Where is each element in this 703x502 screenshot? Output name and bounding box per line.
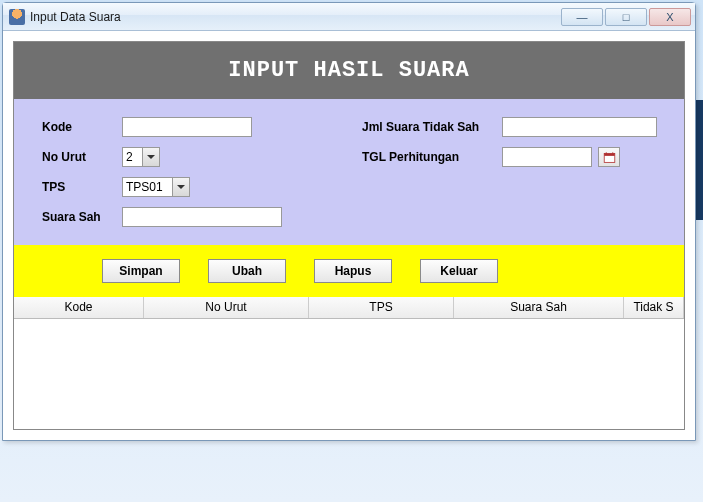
nourut-row: No Urut: [42, 147, 342, 167]
java-icon: [9, 9, 25, 25]
keluar-button[interactable]: Keluar: [420, 259, 498, 283]
window-title: Input Data Suara: [30, 10, 561, 24]
chevron-down-icon[interactable]: [172, 177, 190, 197]
button-bar: Simpan Ubah Hapus Keluar: [14, 245, 684, 297]
simpan-button[interactable]: Simpan: [102, 259, 180, 283]
page-title: INPUT HASIL SUARA: [14, 42, 684, 99]
suarasah-row: Suara Sah: [42, 207, 342, 227]
chevron-down-icon[interactable]: [142, 147, 160, 167]
minimize-button[interactable]: —: [561, 8, 603, 26]
tgl-input[interactable]: [502, 147, 592, 167]
title-bar[interactable]: Input Data Suara — □ X: [3, 3, 695, 31]
tps-label: TPS: [42, 180, 122, 194]
app-window: Input Data Suara — □ X INPUT HASIL SUARA…: [2, 2, 696, 441]
col-tps[interactable]: TPS: [309, 297, 454, 318]
nourut-label: No Urut: [42, 150, 122, 164]
tidaksah-row: Jml Suara Tidak Sah: [362, 117, 657, 137]
hapus-button[interactable]: Hapus: [314, 259, 392, 283]
kode-row: Kode: [42, 117, 342, 137]
col-tidaksah[interactable]: Tidak S: [624, 297, 684, 318]
table-body[interactable]: [14, 319, 684, 429]
tidaksah-label: Jml Suara Tidak Sah: [362, 120, 502, 134]
maximize-button[interactable]: □: [605, 8, 647, 26]
svg-rect-1: [604, 153, 615, 155]
form-panel: Kode No Urut TPS: [14, 99, 684, 245]
col-kode[interactable]: Kode: [14, 297, 144, 318]
tgl-label: TGL Perhitungan: [362, 150, 502, 164]
col-suarasah[interactable]: Suara Sah: [454, 297, 624, 318]
calendar-icon: [603, 151, 616, 164]
nourut-input[interactable]: [122, 147, 142, 167]
kode-label: Kode: [42, 120, 122, 134]
tidaksah-input[interactable]: [502, 117, 657, 137]
tps-row: TPS: [42, 177, 342, 197]
col-nourut[interactable]: No Urut: [144, 297, 309, 318]
nourut-combo[interactable]: [122, 147, 160, 167]
window-buttons: — □ X: [561, 8, 691, 26]
client-area: INPUT HASIL SUARA Kode No Urut: [3, 31, 695, 440]
form-right-column: Jml Suara Tidak Sah TGL Perhitungan: [362, 117, 657, 227]
data-table: Kode No Urut TPS Suara Sah Tidak S: [14, 297, 684, 429]
table-header: Kode No Urut TPS Suara Sah Tidak S: [14, 297, 684, 319]
kode-input[interactable]: [122, 117, 252, 137]
suarasah-input[interactable]: [122, 207, 282, 227]
suarasah-label: Suara Sah: [42, 210, 122, 224]
inner-panel: INPUT HASIL SUARA Kode No Urut: [13, 41, 685, 430]
tps-input[interactable]: [122, 177, 172, 197]
close-button[interactable]: X: [649, 8, 691, 26]
ubah-button[interactable]: Ubah: [208, 259, 286, 283]
form-left-column: Kode No Urut TPS: [42, 117, 342, 227]
tps-combo[interactable]: [122, 177, 190, 197]
tgl-row: TGL Perhitungan: [362, 147, 657, 167]
background-stripe: [695, 100, 703, 220]
calendar-button[interactable]: [598, 147, 620, 167]
